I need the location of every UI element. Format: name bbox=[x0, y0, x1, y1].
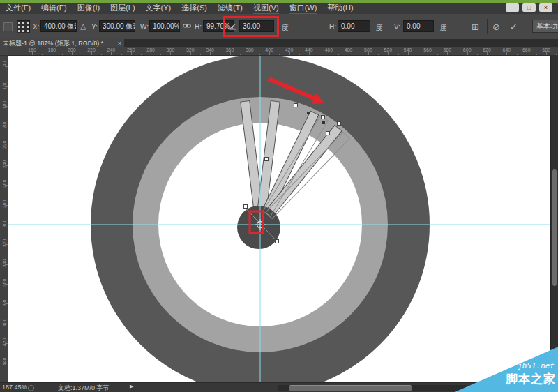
ruler-tick bbox=[5, 324, 8, 324]
ruler-tick bbox=[259, 54, 260, 55]
tab-close-icon[interactable]: × bbox=[118, 39, 121, 47]
h-skew-input[interactable]: 0.00 bbox=[338, 20, 370, 32]
menu-item-8[interactable]: 窗口(W) bbox=[289, 3, 317, 15]
vertical-scrollbar-thumb[interactable] bbox=[552, 169, 557, 286]
ruler-v-label: 220 bbox=[2, 137, 7, 151]
menu-item-1[interactable]: 编辑(E) bbox=[41, 3, 67, 15]
ruler-tick bbox=[151, 52, 151, 55]
y-input[interactable]: 300.00 像素 bbox=[99, 20, 135, 32]
ruler-tick bbox=[210, 52, 211, 55]
ruler-h-label: 280 bbox=[146, 47, 155, 52]
transform-handle[interactable] bbox=[244, 205, 248, 209]
ruler-h-label: 500 bbox=[364, 47, 372, 52]
ruler-tick bbox=[72, 52, 73, 55]
ruler-tick bbox=[556, 54, 557, 55]
ruler-tick bbox=[497, 54, 497, 55]
v-skew-unit: 度 bbox=[440, 23, 447, 33]
ruler-tick bbox=[5, 343, 8, 344]
ruler-tick bbox=[408, 52, 409, 55]
vertical-ruler[interactable]: 1401601802002202402602803003203403603804… bbox=[0, 56, 8, 382]
status-flyout-icon[interactable]: ▶ bbox=[130, 384, 133, 389]
relative-position-icon[interactable]: △ bbox=[80, 22, 86, 31]
ruler-v-label: 160 bbox=[2, 78, 7, 92]
v-skew-input[interactable]: 0.00 bbox=[403, 20, 434, 32]
horizontal-scrollbar[interactable] bbox=[278, 385, 481, 391]
menu-item-5[interactable]: 选择(S) bbox=[181, 3, 207, 15]
document-tab[interactable]: 未标题-1 @ 187% (矩形 1, RGB/8) * × bbox=[0, 39, 124, 47]
anchor-point[interactable] bbox=[322, 121, 325, 124]
ruler-h-label: 460 bbox=[324, 47, 333, 52]
ruler-h-label: 340 bbox=[206, 47, 214, 52]
ruler-tick bbox=[32, 52, 33, 55]
ruler-v-label: 300 bbox=[2, 217, 7, 231]
ruler-h-label: 480 bbox=[345, 47, 353, 52]
tool-preset-icon[interactable] bbox=[3, 22, 13, 31]
ruler-tick bbox=[309, 52, 310, 55]
ruler-tick bbox=[338, 54, 339, 55]
ruler-v-label: 440 bbox=[2, 355, 7, 369]
ruler-h-label: 240 bbox=[107, 47, 116, 52]
menu-item-6[interactable]: 滤镜(T) bbox=[218, 3, 243, 15]
transform-handle[interactable] bbox=[326, 132, 330, 135]
v-skew-label: V: bbox=[394, 23, 400, 31]
cancel-transform-icon[interactable]: ⊘ bbox=[492, 22, 500, 32]
ruler-tick bbox=[190, 52, 191, 55]
ruler-tick bbox=[5, 165, 8, 166]
h-label: H: bbox=[195, 23, 202, 31]
h-skew-unit: 度 bbox=[376, 23, 383, 33]
ruler-v-label: 420 bbox=[2, 336, 7, 349]
ruler-h-label: 560 bbox=[423, 47, 432, 52]
menu-item-9[interactable]: 帮助(H) bbox=[327, 3, 353, 15]
w-input[interactable]: 100.00% bbox=[149, 20, 180, 32]
ruler-tick bbox=[428, 52, 428, 55]
ruler-tick bbox=[240, 54, 241, 55]
ruler-h-label: 200 bbox=[68, 47, 76, 52]
menu-item-7[interactable]: 视图(V) bbox=[253, 3, 279, 15]
menu-item-4[interactable]: 文字(Y) bbox=[146, 3, 172, 15]
workspace-button[interactable]: 基本功能 bbox=[532, 20, 558, 33]
ruler-tick bbox=[467, 52, 468, 55]
commit-transform-icon[interactable]: ✓ bbox=[510, 22, 518, 32]
ruler-h-label: 660 bbox=[522, 47, 531, 52]
rotation-angle-input[interactable]: 30.00 bbox=[239, 20, 274, 32]
ruler-tick bbox=[279, 54, 280, 55]
ruler-tick bbox=[82, 54, 82, 55]
ruler-v-label: 400 bbox=[2, 315, 7, 329]
transform-handle[interactable] bbox=[276, 240, 279, 243]
transform-options-bar: X: 400.00 像素 △ Y: 300.00 像素 W: 100.00% H… bbox=[0, 14, 558, 40]
menu-item-2[interactable]: 图像(I) bbox=[77, 3, 100, 15]
reference-point-locator-icon[interactable] bbox=[17, 20, 30, 33]
transform-handle[interactable] bbox=[322, 116, 325, 119]
ruler-origin-corner[interactable] bbox=[0, 47, 8, 56]
y-label: Y: bbox=[91, 23, 98, 31]
horizontal-ruler[interactable]: 1601802002202402602803003203403603804004… bbox=[8, 47, 558, 56]
link-dimensions-icon[interactable] bbox=[183, 22, 191, 31]
watermark-site: jb51.net bbox=[518, 361, 555, 370]
menu-item-0[interactable]: 文件(F) bbox=[6, 3, 31, 15]
horizontal-scrollbar-thumb[interactable] bbox=[289, 385, 412, 391]
artwork-svg bbox=[8, 56, 550, 382]
document-canvas[interactable] bbox=[8, 56, 550, 382]
ruler-tick bbox=[527, 52, 527, 55]
ruler-tick bbox=[5, 205, 8, 206]
ruler-v-label: 380 bbox=[2, 296, 7, 310]
ruler-tick bbox=[5, 86, 8, 87]
minimize-button[interactable]: – bbox=[506, 3, 519, 12]
transform-handle[interactable] bbox=[265, 158, 269, 161]
menu-item-3[interactable]: 图层(L) bbox=[110, 3, 135, 15]
zoom-level-field[interactable]: 187.45% bbox=[2, 384, 27, 391]
close-button[interactable]: × bbox=[539, 3, 552, 12]
warp-mode-icon[interactable]: ⊞ bbox=[472, 22, 479, 32]
anchor-point[interactable] bbox=[307, 112, 310, 114]
transform-handle[interactable] bbox=[294, 104, 298, 107]
ruler-tick bbox=[5, 244, 8, 245]
ruler-v-label: 340 bbox=[2, 256, 7, 270]
transform-handle[interactable] bbox=[338, 122, 341, 126]
ruler-tick bbox=[477, 54, 478, 55]
options-separator bbox=[487, 19, 488, 34]
vertical-scrollbar[interactable] bbox=[550, 56, 558, 382]
ruler-h-label: 400 bbox=[265, 47, 273, 52]
x-input[interactable]: 400.00 像素 bbox=[40, 20, 77, 32]
ruler-h-label: 680 bbox=[542, 47, 550, 52]
maximize-button[interactable]: □ bbox=[522, 3, 536, 12]
